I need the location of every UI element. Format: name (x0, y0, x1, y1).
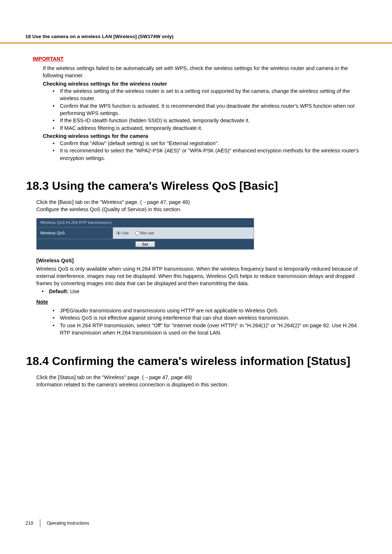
default-label: Default: (49, 288, 69, 294)
list-item: It is recommended to select the "WPA2-PS… (53, 147, 359, 162)
doc-title: Operating Instructions (47, 520, 89, 526)
list-item: Confirm that "Allow" (default setting) i… (53, 140, 359, 147)
radio-use-label: Use (122, 230, 129, 236)
radio-use[interactable]: Use (117, 230, 129, 236)
router-check-heading: Checking wireless settings for the wirel… (33, 80, 359, 87)
section183-line2: Configure the wireless QoS (Quality of S… (33, 206, 359, 213)
router-bullet-list: If the wireless setting of the wireless … (33, 87, 359, 132)
radio-not-use-label: Not use (140, 230, 154, 236)
radio-not-use[interactable]: Not use (135, 230, 154, 236)
section-heading-18-3: 18.3 Using the camera's Wireless QoS [Ba… (26, 178, 359, 194)
important-intro: If the wireless settings failed to be au… (33, 65, 359, 79)
panel-controls: Use Not use (113, 227, 254, 239)
panel-row-label: Wireless QoS (37, 227, 113, 239)
panel-set-row: Set (37, 239, 254, 249)
camera-check-heading: Checking wireless settings for the camer… (33, 132, 359, 140)
page-chapter-header: 18 Use the camera on a wireless LAN [Wir… (0, 0, 392, 44)
default-value: Use (69, 288, 79, 294)
list-item: Wireless QoS is not effective against st… (53, 314, 359, 321)
list-item: If the wireless setting of the wireless … (53, 87, 359, 102)
list-item: Confirm that the WPS function is activat… (53, 102, 359, 117)
panel-row: Wireless QoS Use Not use (37, 227, 254, 239)
camera-bullet-list: Confirm that "Allow" (default setting) i… (33, 140, 359, 162)
radio-icon (117, 231, 121, 235)
footer-divider (40, 519, 40, 527)
radio-icon (135, 231, 139, 235)
list-item: JPEG/audio transmissions and transmissio… (53, 307, 359, 314)
page-content: IMPORTANT If the wireless settings faile… (0, 55, 392, 389)
wireless-qos-panel: Wireless QoS (H.264 RTP transmission) Wi… (36, 218, 254, 250)
default-bullet: Default: Use (33, 288, 359, 295)
section184-line1: Click the [Status] tab on the "Wireless"… (33, 374, 359, 381)
page-footer: 210 Operating Instructions (25, 519, 89, 527)
list-item: To use H.264 RTP transmission, select "O… (53, 322, 359, 337)
page-number: 210 (25, 520, 33, 526)
section184-line2: Information related to the camera's wire… (33, 381, 359, 388)
section183-line1: Click the [Basic] tab on the "Wireless" … (33, 198, 359, 206)
wireless-qos-subheading: [Wireless QoS] (33, 257, 359, 264)
note-label: Note (33, 298, 359, 305)
panel-title: Wireless QoS (H.264 RTP transmission) (37, 218, 254, 227)
section-heading-18-4: 18.4 Confirming the camera's wireless in… (26, 353, 359, 369)
note-bullet-list: JPEG/audio transmissions and transmissio… (33, 307, 359, 336)
wireless-qos-body: Wireless QoS is only available when usin… (33, 265, 359, 287)
list-item: Default: Use (42, 288, 359, 295)
list-item: If MAC address filtering is activated, t… (53, 124, 359, 132)
list-item: If the ESS-ID stealth function (hidden S… (53, 117, 359, 124)
important-label: IMPORTANT (33, 55, 359, 62)
set-button[interactable]: Set (135, 241, 155, 247)
